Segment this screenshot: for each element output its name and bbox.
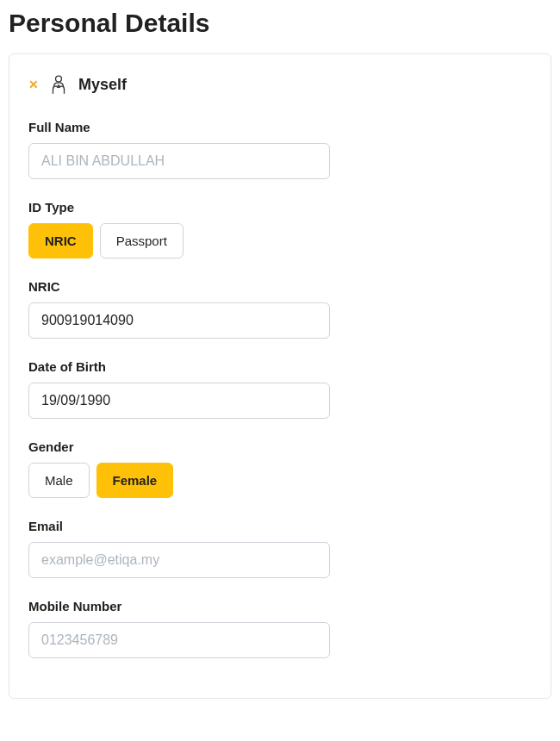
card-header: ✕ Myself — [28, 73, 532, 96]
full-name-label: Full Name — [28, 120, 532, 134]
full-name-input[interactable] — [28, 143, 330, 179]
mobile-group: Mobile Number — [28, 599, 532, 658]
dob-group: Date of Birth — [28, 359, 532, 419]
person-icon — [47, 73, 70, 96]
mobile-input[interactable] — [28, 622, 330, 658]
personal-details-card: ✕ Myself Full Name ID Type NRIC Passport… — [9, 53, 551, 699]
nric-label: NRIC — [28, 279, 532, 294]
email-label: Email — [28, 519, 532, 533]
email-group: Email — [28, 519, 532, 578]
id-type-passport-button[interactable]: Passport — [100, 223, 184, 258]
mobile-label: Mobile Number — [28, 599, 532, 613]
gender-toggle: Male Female — [28, 463, 532, 498]
close-icon[interactable]: ✕ — [28, 78, 39, 90]
dob-label: Date of Birth — [28, 359, 532, 374]
page-title: Personal Details — [9, 9, 551, 38]
nric-group: NRIC — [28, 279, 532, 339]
gender-label: Gender — [28, 439, 532, 454]
gender-male-button[interactable]: Male — [28, 463, 90, 498]
section-title: Myself — [78, 76, 127, 94]
dob-input[interactable] — [28, 383, 330, 419]
gender-female-button[interactable]: Female — [96, 463, 174, 498]
id-type-toggle: NRIC Passport — [28, 223, 532, 258]
id-type-nric-button[interactable]: NRIC — [28, 223, 93, 258]
full-name-group: Full Name — [28, 120, 532, 179]
nric-input[interactable] — [28, 302, 330, 339]
email-input[interactable] — [28, 542, 330, 578]
id-type-label: ID Type — [28, 200, 532, 215]
id-type-group: ID Type NRIC Passport — [28, 200, 532, 258]
svg-point-0 — [56, 76, 62, 82]
gender-group: Gender Male Female — [28, 439, 532, 498]
